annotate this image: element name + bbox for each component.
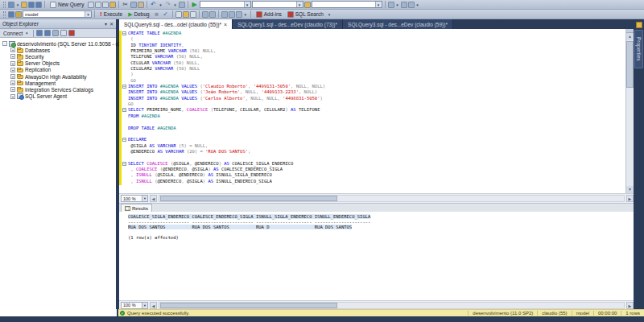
close-icon[interactable]: ✕ xyxy=(109,21,114,27)
decrease-indent-icon[interactable] xyxy=(221,11,228,18)
tree-expander-icon[interactable]: + xyxy=(10,47,15,52)
new-query-button[interactable]: New Query xyxy=(47,0,87,9)
open-query-icon[interactable] xyxy=(109,2,116,8)
new-file-icon[interactable] xyxy=(8,2,14,8)
chevron-down-icon[interactable]: ▾ xyxy=(85,11,91,17)
filter-icon[interactable] xyxy=(52,30,59,36)
document-tab-2[interactable]: SQLQuery1.sql - des...eDev (claudio (73)… xyxy=(233,19,343,29)
cut-icon[interactable]: ✂ xyxy=(122,1,130,9)
server-collapse-icon[interactable] xyxy=(44,30,51,36)
save-all-icon[interactable] xyxy=(35,2,42,8)
options-icon[interactable] xyxy=(401,2,407,8)
tree-expander-icon[interactable]: + xyxy=(10,68,15,72)
scrollbar-thumb[interactable] xyxy=(160,196,337,201)
copy-icon[interactable] xyxy=(130,2,137,8)
query-options-icon[interactable] xyxy=(202,11,208,18)
tab-results[interactable]: Results xyxy=(121,204,152,212)
chevron-down-icon[interactable]: ▾ xyxy=(395,2,400,7)
sidebar-item-integration-services[interactable]: +Integration Services Catalogs xyxy=(0,86,116,93)
results-to-grid-icon[interactable] xyxy=(183,11,189,18)
find-in-files-icon[interactable] xyxy=(388,2,394,8)
collapse-region-icon[interactable]: − xyxy=(122,108,126,112)
editor-vertical-scrollbar[interactable]: ▲ ▼ xyxy=(625,29,634,193)
sidebar-item-alwayson[interactable]: +AlwaysOn High Availability xyxy=(0,73,116,80)
sidebar-item-security[interactable]: +Security xyxy=(0,53,116,60)
available-databases-combobox[interactable]: model▾ xyxy=(23,10,92,18)
toolbar-grip[interactable] xyxy=(3,2,6,8)
refresh-icon[interactable] xyxy=(60,30,67,36)
tree-expander-icon[interactable]: + xyxy=(10,80,15,85)
paste-icon[interactable] xyxy=(138,2,144,8)
close-icon[interactable]: × xyxy=(224,22,227,27)
chevron-down-icon[interactable]: ▾ xyxy=(296,2,303,7)
tree-expander-icon[interactable]: + xyxy=(10,61,15,66)
scroll-up-icon[interactable]: ▲ xyxy=(626,33,634,40)
sidebar-item-management[interactable]: +Management xyxy=(0,80,116,86)
results-horizontal-scrollbar[interactable] xyxy=(159,302,625,309)
intellisense-enabled-icon[interactable] xyxy=(209,11,216,18)
toolbar-grip[interactable] xyxy=(3,11,6,18)
comment-out-icon[interactable] xyxy=(236,11,242,18)
window-menu-icon[interactable]: ▾ xyxy=(105,21,107,27)
stop-icon[interactable]: ■ xyxy=(153,10,161,19)
collapse-region-icon[interactable]: − xyxy=(122,138,126,142)
tree-expander-icon[interactable]: + xyxy=(10,94,15,99)
connect-icon[interactable] xyxy=(8,11,14,18)
redo-icon[interactable]: ↷ xyxy=(164,1,172,9)
solution-configurations-combobox[interactable]: ▾ xyxy=(200,1,251,8)
sidebar-item-replication[interactable]: +Replication xyxy=(0,67,116,73)
stop-process-icon[interactable] xyxy=(68,30,75,36)
scroll-left-icon[interactable]: ◀ xyxy=(150,302,157,309)
chevron-down-icon[interactable]: ▾ xyxy=(375,2,382,7)
editor-horizontal-scrollbar[interactable] xyxy=(159,195,625,202)
results-pane[interactable]: COALESCE_SIGLA_ENDERECO COALESCE_ENDEREC… xyxy=(119,212,634,300)
document-tab-3[interactable]: SQLQuery3.sql - des...eDev (claudio (59)… xyxy=(343,19,453,29)
chevron-down-icon[interactable]: ▾ xyxy=(243,12,248,17)
document-tab-1[interactable]: SQLQuery9.sql - des...odel (claudio (55)… xyxy=(119,19,233,29)
execute-button[interactable]: !Execute xyxy=(97,10,125,19)
sql-search-button[interactable]: SQL Search xyxy=(285,10,326,19)
sidebar-item-databases[interactable]: +Databases xyxy=(0,47,116,53)
sql-editor[interactable]: −CREATE TABLE #AGENDA ( ID TINYINT IDENT… xyxy=(119,29,625,193)
find-combobox[interactable]: ▾ xyxy=(312,1,382,8)
tree-expander-icon[interactable]: - xyxy=(2,41,7,46)
sidebar-item-server-objects[interactable]: +Server Objects xyxy=(0,60,116,67)
add-ins-button[interactable]: Add-ins xyxy=(254,10,284,19)
editor-zoom-combobox[interactable]: 100 % ▾ xyxy=(121,195,148,202)
tree-expander-icon[interactable]: + xyxy=(10,74,15,79)
scrollbar-thumb[interactable] xyxy=(160,303,337,308)
results-zoom-combobox[interactable]: 100 % ▾ xyxy=(121,302,148,309)
server-expand-icon[interactable] xyxy=(36,30,43,36)
increase-indent-icon[interactable] xyxy=(229,11,235,18)
start-icon[interactable]: ▶ xyxy=(191,1,199,9)
results-to-file-icon[interactable] xyxy=(190,11,196,18)
debug-button[interactable]: ▶Debug xyxy=(126,10,152,19)
chevron-down-icon[interactable]: ▾ xyxy=(159,2,163,7)
scroll-left-icon[interactable]: ◀ xyxy=(150,195,157,202)
tree-expander-icon[interactable]: + xyxy=(10,54,15,59)
properties-window-icon[interactable] xyxy=(636,22,642,28)
scrollbar-thumb[interactable] xyxy=(626,41,634,88)
chevron-down-icon[interactable]: ▾ xyxy=(244,2,250,7)
mdx-query-icon[interactable] xyxy=(102,2,109,8)
collapse-region-icon[interactable]: − xyxy=(122,31,126,35)
scroll-down-icon[interactable]: ▼ xyxy=(626,186,634,193)
toolbar-options-icon[interactable] xyxy=(408,2,415,8)
change-connection-icon[interactable] xyxy=(15,11,22,18)
collapse-region-icon[interactable]: − xyxy=(122,162,126,166)
solution-platforms-combobox[interactable]: ▾ xyxy=(252,1,303,8)
chevron-down-icon[interactable]: ▾ xyxy=(327,12,332,17)
analysis-services-query-icon[interactable] xyxy=(95,2,101,8)
chevron-down-icon[interactable]: ▾ xyxy=(415,2,420,7)
open-file-icon[interactable] xyxy=(21,2,27,8)
sidebar-item-sql-server-agent[interactable]: +SQL Server Agent xyxy=(0,93,116,100)
tree-expander-icon[interactable]: + xyxy=(10,87,15,92)
chevron-down-icon[interactable]: ▾ xyxy=(173,2,178,7)
tab-properties[interactable]: Properties xyxy=(634,30,643,68)
undo-icon[interactable]: ↶ xyxy=(150,1,158,9)
navigate-backward-icon[interactable] xyxy=(179,2,185,8)
collapse-region-icon[interactable]: − xyxy=(122,85,126,89)
scroll-right-icon[interactable]: ▶ xyxy=(626,302,634,309)
database-engine-query-icon[interactable] xyxy=(88,2,94,8)
connect-button[interactable]: Connect ▾ xyxy=(2,29,31,38)
